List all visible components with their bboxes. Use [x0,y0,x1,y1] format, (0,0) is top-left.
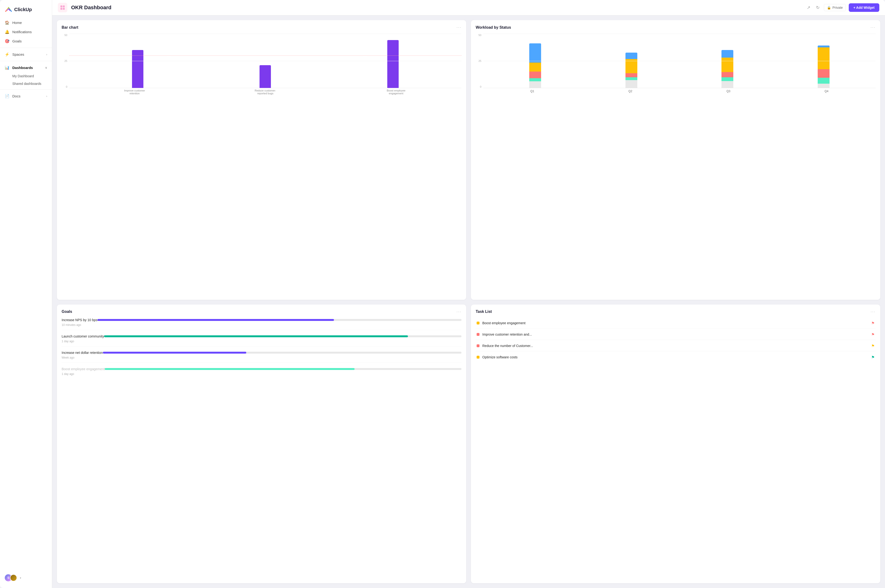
w-y-label-0: 0 [480,86,482,88]
private-badge[interactable]: 🔒 Private [824,4,846,11]
workload-title: Workload by Status [476,26,511,30]
spaces-chevron-icon: › [46,53,47,56]
goal-time-1: 10 minutes ago [62,323,462,327]
sidebar-item-dashboards[interactable]: 📊 Dashboards ∨ [0,63,52,72]
bar-2 [260,65,271,88]
q4-seg-red [818,69,830,78]
grid-line-mid [69,61,462,61]
q2-label: Q2 [581,88,680,95]
sidebar-item-spaces-label: Spaces [12,52,24,56]
q2-seg-green [626,77,638,80]
q3-seg-gray [722,81,734,88]
x-label-2: Reduce customer-reported bugs [200,88,331,95]
task-item-2: Improve customer retention and... ⚑ [476,329,876,340]
goals-list: Increase NPS by 10 bps 10 minutes ago La… [62,318,462,379]
task-dot-4 [477,356,480,358]
q1-bar [529,44,541,88]
q1-seg-blue [529,44,541,63]
page-title: OKR Dashboard [71,4,802,10]
sidebar-item-notifications[interactable]: 🔔 Notifications [0,27,52,36]
sidebar-item-shared-dashboards[interactable]: Shared dashboards [0,80,52,87]
svg-rect-0 [60,6,62,8]
goal-progress-fill-1 [98,319,334,321]
q2-seg-yellow [626,59,638,73]
bar-3 [387,40,399,88]
goals-menu[interactable]: ··· [456,309,462,314]
bar-chart-header: Bar chart ··· [62,25,462,30]
add-widget-button[interactable]: + Add Widget [849,3,879,12]
w-y-label-50: 50 [478,34,482,36]
spaces-icon: ⚡ [5,52,9,57]
goals-title: Goals [62,309,72,314]
goal-progress-bg-1 [98,319,462,321]
goal-item-3: Increase net dollar retention Week ago [62,351,462,363]
sidebar-item-docs-label: Docs [12,94,20,98]
logo: ClickUp [0,4,52,18]
workload-y-axis: 50 25 0 [476,34,482,88]
reference-line [69,56,462,56]
goal-progress-bg-4 [105,368,462,370]
q2-seg-blue [626,52,638,59]
svg-rect-1 [63,6,65,8]
y-axis: 50 25 0 [62,34,68,88]
logo-text: ClickUp [14,7,32,12]
goal-progress-bg-2 [104,335,462,337]
q1-seg-red [529,72,541,78]
goal-row-3: Increase net dollar retention [62,351,462,354]
goal-name-3: Increase net dollar retention [62,351,103,354]
sidebar-item-goals[interactable]: 🎯 Goals [0,36,52,46]
task-list-header: Task List ··· [476,309,876,314]
task-dot-1 [477,322,480,324]
task-list-menu[interactable]: ··· [870,309,876,314]
sidebar-item-home-label: Home [12,21,22,25]
sidebar-item-spaces[interactable]: ⚡ Spaces › [0,50,52,59]
q4-seg-yellow [818,47,830,69]
q1-seg-gray [529,81,541,88]
chart-inner-area [69,34,462,88]
sidebar: ClickUp 🏠 Home 🔔 Notifications 🎯 Goals ⚡… [0,0,52,588]
lock-icon: 🔒 [827,6,831,9]
task-item-3: Reduce the number of Customer... ⚑ [476,341,876,351]
goal-item-1: Increase NPS by 10 bps 10 minutes ago [62,318,462,330]
sidebar-item-goals-label: Goals [12,39,22,43]
q1-seg-green [529,78,541,81]
goal-row-4: Boost employee engagement [62,367,462,371]
home-icon: 🏠 [5,20,9,25]
private-label: Private [832,6,843,9]
bell-icon: 🔔 [5,30,9,34]
sidebar-item-my-dashboard[interactable]: My Dashboard [0,72,52,80]
y-label-50: 50 [64,34,67,36]
workload-header: Workload by Status ··· [476,25,876,30]
q4-bar [818,45,830,88]
q3-label: Q3 [680,88,778,95]
refresh-button[interactable]: ↻ [814,3,821,12]
docs-icon: 📄 [5,94,9,98]
workload-area: 50 25 0 [476,34,876,95]
bar-chart-card: Bar chart ··· 50 25 0 [57,20,466,300]
y-label-25: 25 [64,60,67,62]
task-flag-2: ⚑ [871,332,874,337]
svg-rect-2 [60,8,62,10]
profile-chevron-icon: ▾ [20,577,21,579]
w-y-label-25: 25 [478,60,482,62]
task-flag-1: ⚑ [871,321,874,326]
avatar-photo [10,574,17,581]
user-profile[interactable]: S ▾ [0,572,52,584]
avatar-group: S [5,574,17,581]
goals-header: Goals ··· [62,309,462,314]
task-item-4: Optimize software costs ⚑ [476,352,876,362]
q2-seg-red [626,73,638,78]
header: OKR Dashboard ↗ ↻ 🔒 Private + Add Widget [52,0,885,15]
dashboards-chevron-icon: ∨ [45,66,47,69]
workload-menu[interactable]: ··· [870,25,876,30]
sidebar-item-docs[interactable]: 📄 Docs › [0,92,52,101]
divider-1 [0,48,52,48]
bar-chart-menu[interactable]: ··· [456,25,462,30]
docs-chevron-icon: › [46,94,47,98]
divider-2 [0,61,52,61]
x-label-3: Boost employeeengagement [331,88,462,95]
sidebar-item-home[interactable]: 🏠 Home [0,18,52,27]
expand-button[interactable]: ↗ [806,3,812,12]
q3-seg-red [722,72,734,77]
task-dot-2 [477,333,480,336]
